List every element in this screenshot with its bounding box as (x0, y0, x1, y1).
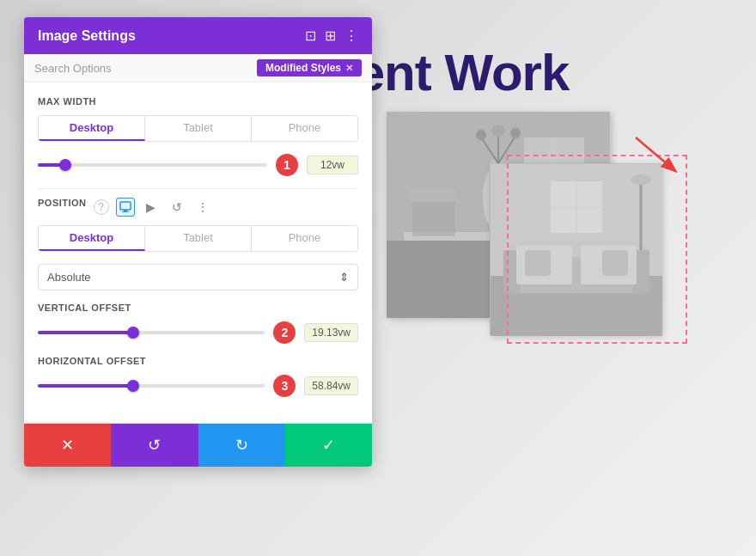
tab-desktop-position[interactable]: Desktop (39, 226, 145, 251)
svg-rect-33 (120, 202, 131, 210)
position-more-icon[interactable]: ⋮ (193, 198, 212, 217)
step-badge-1: 1 (276, 154, 298, 176)
max-width-slider-row: 1 12vw (38, 154, 358, 176)
step-badge-3: 3 (273, 375, 296, 397)
red-arrow-icon (627, 129, 696, 180)
position-select-arrow: ⇕ (339, 271, 349, 284)
modified-badge-close[interactable]: ✕ (345, 63, 353, 74)
max-width-label: Max Width (38, 96, 358, 107)
search-bar: Search Options Modified Styles ✕ (24, 54, 372, 82)
svg-line-32 (636, 137, 674, 170)
panel-header-icons: ⊡ ⊞ ⋮ (305, 27, 358, 44)
svg-point-9 (492, 125, 504, 137)
position-select-value: Absolute (47, 271, 91, 284)
tab-tablet-position[interactable]: Tablet (145, 226, 252, 251)
max-width-slider-track[interactable] (38, 163, 267, 167)
photo-collage (387, 112, 687, 395)
svg-rect-34 (124, 210, 127, 211)
horizontal-offset-slider-thumb[interactable] (127, 380, 139, 392)
tab-tablet-maxwidth[interactable]: Tablet (145, 116, 252, 141)
redo-button[interactable]: ↻ (198, 424, 285, 467)
position-row: Position ? ▶ ↺ ⋮ (38, 198, 358, 217)
horizontal-offset-slider-fill (38, 384, 133, 388)
position-undo-icon[interactable]: ↺ (168, 198, 186, 217)
cancel-button[interactable]: ✕ (24, 424, 111, 467)
more-options-icon[interactable]: ⋮ (344, 27, 358, 44)
position-help-icon[interactable]: ? (94, 199, 109, 215)
panel-header: Image Settings ⊡ ⊞ ⋮ (24, 17, 372, 54)
position-desktop-icon[interactable] (116, 198, 135, 217)
bottom-action-bar: ✕ ↺ ↻ ✓ (24, 423, 372, 467)
expand-icon[interactable]: ⊞ (325, 27, 336, 44)
vertical-offset-value[interactable]: 19.13vw (304, 323, 358, 342)
tab-desktop-maxwidth[interactable]: Desktop (39, 116, 145, 141)
max-width-device-tabs: Desktop Tablet Phone (38, 115, 358, 142)
vertical-offset-slider-thumb[interactable] (127, 327, 139, 339)
svg-rect-14 (412, 198, 455, 236)
horizontal-offset-slider-row: 3 58.84vw (38, 375, 358, 397)
horizontal-offset-label: Horizontal Offset (38, 356, 358, 366)
tab-phone-position[interactable]: Phone (252, 226, 357, 251)
arrow-container (627, 129, 696, 184)
position-select[interactable]: Absolute ⇕ (38, 264, 358, 290)
svg-point-8 (476, 130, 486, 140)
confirm-button[interactable]: ✓ (285, 424, 372, 467)
horizontal-offset-slider-track[interactable] (38, 384, 265, 388)
position-cursor-icon[interactable]: ▶ (142, 198, 161, 217)
restore-icon[interactable]: ⊡ (305, 27, 316, 44)
vertical-offset-label: Vertical Offset (38, 302, 358, 313)
step-badge-2: 2 (273, 321, 296, 344)
vertical-offset-slider-row: 2 19.13vw (38, 321, 358, 344)
svg-rect-15 (408, 189, 455, 202)
modified-styles-badge[interactable]: Modified Styles ✕ (257, 59, 362, 76)
modified-badge-label: Modified Styles (265, 62, 341, 74)
svg-rect-35 (122, 211, 129, 212)
svg-point-10 (510, 128, 521, 138)
panel-title: Image Settings (38, 28, 136, 44)
settings-panel: Image Settings ⊡ ⊞ ⋮ Search Options Modi… (24, 17, 372, 467)
position-select-row: Absolute ⇕ (38, 264, 358, 290)
position-label: Position (38, 198, 87, 208)
panel-body: Max Width Desktop Tablet Phone 1 12vw Po… (24, 82, 372, 423)
vertical-offset-slider-track[interactable] (38, 331, 265, 334)
search-options-label[interactable]: Search Options (34, 62, 250, 75)
divider-1 (38, 188, 358, 189)
max-width-value[interactable]: 12vw (307, 156, 358, 174)
tab-phone-maxwidth[interactable]: Phone (252, 116, 357, 141)
position-device-tabs: Desktop Tablet Phone (38, 225, 358, 252)
horizontal-offset-value[interactable]: 58.84vw (304, 376, 358, 395)
vertical-offset-slider-fill (38, 331, 133, 334)
undo-button[interactable]: ↺ (111, 424, 198, 467)
max-width-slider-thumb[interactable] (59, 159, 71, 171)
